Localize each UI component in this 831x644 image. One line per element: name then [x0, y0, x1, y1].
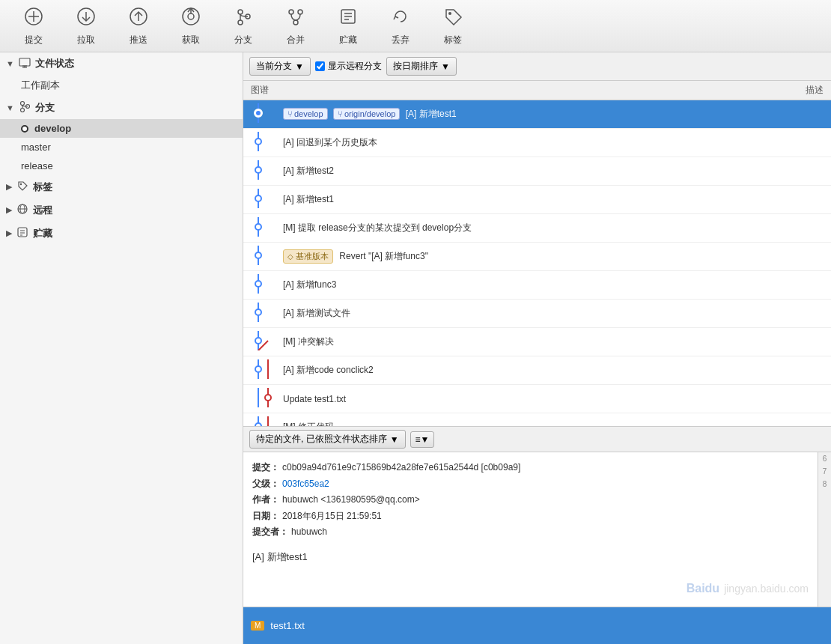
parent-hash-field: 父级： 003fc65ea2 — [252, 476, 809, 493]
toolbar-branch[interactable]: 分支 — [217, 3, 270, 49]
main-toolbar: 提交 拉取 推送 获取 分支 合并 贮藏 — [0, 0, 831, 52]
pending-files-dropdown[interactable]: 待定的文件, 已依照文件状态排序 ▼ — [249, 430, 406, 449]
date-label: 日期： — [252, 508, 279, 525]
file-item[interactable]: M test1.txt — [251, 620, 305, 631]
commit-graph-9 — [249, 331, 283, 353]
sidebar-branch-master[interactable]: master — [0, 138, 243, 157]
develop-branch-label: develop — [34, 123, 71, 134]
svg-point-66 — [255, 423, 261, 426]
expand-stash-icon: ▶ — [6, 228, 12, 238]
sidebar-branch-release[interactable]: release — [0, 157, 243, 175]
parent-label: 父级： — [252, 476, 279, 493]
main-layout: ▼ 文件状态 工作副本 ▼ 分支 develop master release — [0, 52, 831, 644]
svg-point-10 — [238, 10, 243, 14]
current-branch-dropdown[interactable]: 当前分支 ▼ — [249, 57, 311, 76]
file-list-area: M test1.txt — [243, 607, 831, 644]
commit-graph-3 — [249, 160, 283, 182]
sidebar-stash-header[interactable]: ▶ 贮藏 — [0, 222, 243, 245]
commit-msg-11: Update test1.txt — [283, 394, 825, 404]
show-remote-checkbox[interactable] — [315, 61, 325, 71]
file-status-badge: M — [251, 621, 264, 631]
commit-row[interactable]: Update test1.txt — [243, 385, 831, 413]
sidebar-remote-header[interactable]: ▶ 远程 — [0, 198, 243, 222]
toolbar-branch-label: 分支 — [234, 34, 252, 46]
pending-files-text: 待定的文件, 已依照文件状态排序 — [256, 433, 387, 446]
commit-graph-5 — [249, 217, 283, 239]
fetch-icon — [180, 6, 201, 31]
parent-hash-value[interactable]: 003fc65ea2 — [282, 476, 329, 493]
commit-msg-9: [M] 冲突解决 — [283, 335, 825, 348]
date-value: 2018年6月15日 21:59:51 — [282, 508, 382, 525]
sidebar: ▼ 文件状态 工作副本 ▼ 分支 develop master release — [0, 52, 243, 644]
sidebar-tags-header[interactable]: ▶ 标签 — [0, 175, 243, 198]
expand-tags-icon: ▶ — [6, 182, 12, 192]
toolbar-discard[interactable]: 丢弃 — [374, 3, 427, 49]
sidebar-branch-develop[interactable]: develop — [0, 119, 243, 138]
list-view-button[interactable]: ≡ ▼ — [410, 431, 435, 448]
toolbar-pull-label: 拉取 — [77, 34, 95, 46]
svg-point-15 — [298, 10, 302, 14]
commit-row[interactable]: [M] 修正代码 — [243, 413, 831, 426]
sort-dropdown[interactable]: 按日期排序 ▼ — [386, 57, 457, 76]
remote-section-label: 远程 — [33, 204, 52, 217]
expand-branches-icon: ▼ — [6, 103, 14, 112]
toolbar-commit[interactable]: 提交 — [7, 3, 60, 49]
svg-point-46 — [255, 195, 261, 201]
commit-graph-4 — [249, 189, 283, 210]
stash-icon — [338, 6, 359, 31]
toolbar-merge-label: 合并 — [287, 34, 305, 46]
expand-file-status-icon: ▼ — [6, 59, 14, 68]
sidebar-working-copy[interactable]: 工作副本 — [0, 75, 243, 96]
branches-section-label: 分支 — [35, 101, 55, 115]
show-remote-label[interactable]: 显示远程分支 — [315, 60, 382, 73]
commit-row[interactable]: [A] 新增test1 — [243, 186, 831, 214]
remote-section-icon — [16, 203, 28, 217]
svg-point-26 — [20, 102, 24, 106]
svg-point-50 — [255, 252, 261, 258]
base-version-badge: ◇基准版本 — [283, 249, 333, 264]
scroll-num-7: 7 — [823, 465, 827, 478]
origin-develop-badge: ⑂origin/develop — [333, 108, 401, 120]
commit-msg-4: [A] 新增test1 — [283, 193, 825, 206]
commit-list: ⑂develop ⑂origin/develop [A] 新增test1 [A]… — [243, 100, 831, 426]
commit-row[interactable]: [A] 新增test2 — [243, 157, 831, 186]
push-icon — [128, 6, 149, 31]
list-icon: ≡ — [416, 434, 421, 445]
commit-msg-7: [A] 新增func3 — [283, 279, 825, 291]
toolbar-tag-label: 标签 — [444, 34, 462, 46]
stash-section-label: 贮藏 — [33, 227, 52, 240]
commit-row[interactable]: ◇基准版本 Revert "[A] 新增func3" — [243, 243, 831, 271]
commit-row[interactable]: [M] 冲突解决 — [243, 328, 831, 356]
right-scrollbar[interactable]: 6 7 8 — [818, 452, 831, 607]
commit-row[interactable]: [A] 新增func3 — [243, 271, 831, 300]
commit-row[interactable]: ⑂develop ⑂origin/develop [A] 新增test1 — [243, 100, 831, 129]
bottom-toolbar: 待定的文件, 已依照文件状态排序 ▼ ≡ ▼ — [243, 427, 831, 452]
show-remote-text: 显示远程分支 — [328, 60, 382, 73]
toolbar-commit-label: 提交 — [25, 34, 43, 46]
toolbar-merge[interactable]: 合并 — [270, 3, 322, 49]
desc-col-label: 描述 — [806, 84, 824, 97]
commit-row[interactable]: [A] 新增code conclick2 — [243, 356, 831, 385]
sidebar-branches-header[interactable]: ▼ 分支 — [0, 96, 243, 119]
commit-graph-8 — [249, 303, 283, 324]
commit-row[interactable]: [A] 回退到某个历史版本 — [243, 129, 831, 157]
toolbar-stash-label: 贮藏 — [339, 34, 357, 46]
commit-graph-11 — [249, 388, 283, 410]
list-arrow: ▼ — [421, 434, 430, 445]
toolbar-push[interactable]: 推送 — [112, 3, 165, 49]
committer-field: 提交者： hubuwch — [252, 524, 809, 541]
graph-area: 图谱 描述 ⑂develop ⑂origin/develop — [243, 81, 831, 427]
commit-row[interactable]: [M] 提取 release分支的某次提交到 develop分支 — [243, 214, 831, 243]
sidebar-file-status-header[interactable]: ▼ 文件状态 — [0, 52, 243, 75]
file-status-label: 文件状态 — [35, 57, 74, 70]
toolbar-pull[interactable]: 拉取 — [60, 3, 112, 49]
toolbar-fetch[interactable]: 获取 — [165, 3, 217, 49]
file-name: test1.txt — [270, 620, 305, 631]
toolbar-stash[interactable]: 贮藏 — [322, 3, 374, 49]
toolbar-tag[interactable]: 标签 — [427, 3, 479, 49]
sort-arrow-icon: ▼ — [441, 61, 450, 72]
commit-label: 提交： — [252, 460, 279, 476]
svg-point-63 — [265, 395, 271, 401]
commit-row[interactable]: [A] 新增测试文件 — [243, 300, 831, 328]
committer-value: hubuwch — [291, 524, 327, 541]
